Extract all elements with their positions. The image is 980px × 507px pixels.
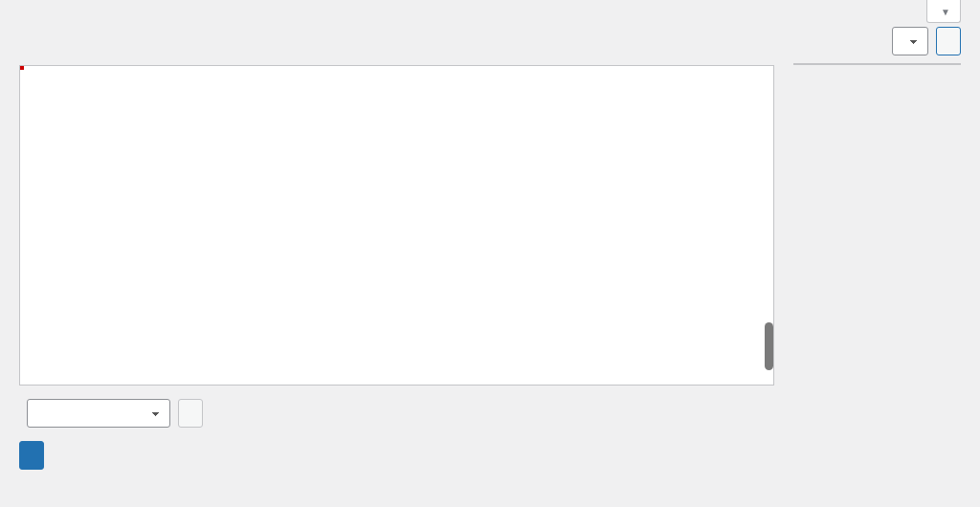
- scrollbar-track[interactable]: [765, 66, 773, 385]
- theme-select[interactable]: [892, 27, 928, 55]
- help-tab[interactable]: ▼: [926, 0, 961, 23]
- documentation-select[interactable]: [27, 399, 170, 428]
- chevron-down-icon: ▼: [941, 7, 950, 17]
- scrollbar-thumb[interactable]: [765, 322, 773, 370]
- file-tree: [793, 63, 961, 65]
- highlight-rectangle: [20, 66, 24, 70]
- select-theme-form: [884, 27, 961, 55]
- lookup-button[interactable]: [178, 399, 203, 428]
- select-button[interactable]: [936, 27, 961, 55]
- code-editor[interactable]: [19, 65, 774, 386]
- update-file-button[interactable]: [19, 441, 44, 470]
